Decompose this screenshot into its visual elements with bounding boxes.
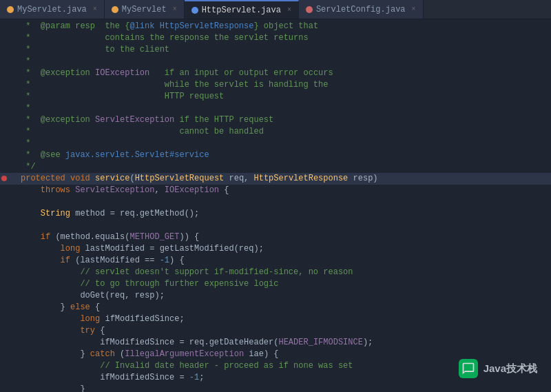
code-line-12: * @see javax.servlet.Servlet#service: [0, 149, 551, 161]
code-line-1: * @param resp the {@link HttpServletResp…: [0, 21, 551, 32]
tab-icon-servletconfig: [306, 6, 313, 13]
tab-icon-myservlet: [7, 6, 14, 13]
code-line-7: * HTTP request: [0, 91, 551, 103]
code-line-10: * cannot be handled: [0, 126, 551, 138]
code-line-25: } else {: [0, 302, 551, 313]
breakpoint-dot: [1, 176, 7, 181]
tab-label-myservlet-java: MyServlet.java: [17, 5, 87, 14]
code-line-9: * @exception ServletException if the HTT…: [0, 114, 551, 126]
tab-label-servletconfig-java: ServletConfig.java: [316, 5, 406, 14]
code-line-26: long ifModifiedSince;: [0, 313, 551, 325]
tab-httpservlet-java[interactable]: HttpServlet.java ×: [185, 0, 299, 19]
code-line-23: // to go through further expensive logic: [0, 278, 551, 290]
watermark-icon: [459, 359, 478, 378]
code-line-13: */: [0, 161, 551, 173]
tab-icon-myservlet2: [112, 6, 118, 13]
code-line-8: *: [0, 103, 551, 114]
watermark-label: Java技术栈: [484, 362, 537, 375]
tab-servletconfig-java[interactable]: ServletConfig.java ×: [299, 0, 424, 19]
code-line-4: *: [0, 56, 551, 68]
code-line-28: ifModifiedSince = req.getDateHeader(HEAD…: [0, 337, 551, 349]
code-line-11: *: [0, 138, 551, 149]
code-line-16: [0, 196, 551, 208]
code-line-6: * while the servlet is handling the: [0, 79, 551, 91]
tab-close-myservlet-java[interactable]: ×: [93, 6, 97, 13]
code-line-18: [0, 220, 551, 231]
tab-myservlet[interactable]: MyServlet ×: [105, 0, 185, 19]
tab-icon-httpservlet: [191, 7, 198, 14]
tab-myservlet-java[interactable]: MyServlet.java ×: [0, 0, 105, 19]
tab-bar: MyServlet.java × MyServlet × HttpServlet…: [0, 0, 551, 19]
code-line-2: * contains the response the servlet retu…: [0, 32, 551, 44]
tab-close-httpservlet-java[interactable]: ×: [287, 6, 291, 14]
watermark: Java技术栈: [459, 359, 537, 378]
code-area[interactable]: * @param resp the {@link HttpServletResp…: [0, 19, 551, 392]
code-line-21: if (lastModified == -1) {: [0, 255, 551, 267]
code-line-24: doGet(req, resp);: [0, 290, 551, 302]
code-line-3: * to the client: [0, 44, 551, 56]
tab-label-myservlet: MyServlet: [122, 5, 167, 14]
editor-body: * @param resp the {@link HttpServletResp…: [0, 19, 551, 392]
editor-container: MyServlet.java × MyServlet × HttpServlet…: [0, 0, 551, 392]
tab-label-httpservlet-java: HttpServlet.java: [202, 6, 281, 15]
code-line-20: long lastModified = getLastModified(req)…: [0, 243, 551, 255]
code-line-14: protected void service(HttpServletReques…: [0, 173, 551, 185]
code-line-15: throws ServletException, IOException {: [0, 185, 551, 196]
code-line-27: try {: [0, 325, 551, 337]
code-line-17: String method = req.getMethod();: [0, 208, 551, 220]
tab-close-servletconfig-java[interactable]: ×: [412, 6, 416, 13]
code-line-5: * @exception IOException if an input or …: [0, 68, 551, 79]
code-line-22: // servlet doesn't support if-modified-s…: [0, 267, 551, 278]
code-line-19: if (method.equals(METHOD_GET)) {: [0, 231, 551, 243]
code-line-32: }: [0, 384, 551, 392]
tab-close-myservlet[interactable]: ×: [173, 6, 177, 13]
